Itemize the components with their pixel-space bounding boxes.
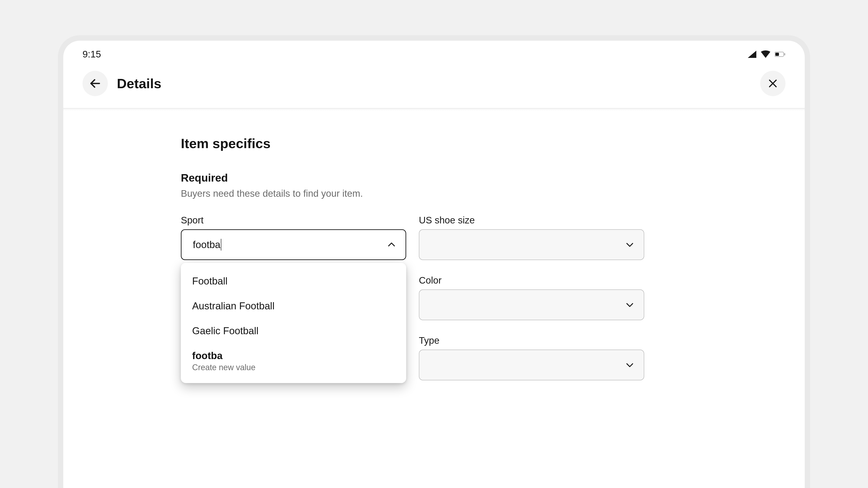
us-shoe-size-select[interactable] <box>419 229 644 260</box>
chevron-up-icon <box>386 240 397 250</box>
sport-option[interactable]: Football <box>181 269 406 294</box>
chevron-down-icon <box>625 240 635 250</box>
sport-combobox[interactable]: footba Football Australian Football Gael… <box>181 229 406 260</box>
battery-icon <box>775 51 785 57</box>
content: Item specifics Required Buyers need thes… <box>63 109 805 380</box>
sport-dropdown: Football Australian Football Gaelic Foot… <box>181 263 406 383</box>
color-select[interactable] <box>419 289 644 320</box>
sport-option-create[interactable]: footba Create new value <box>181 343 406 379</box>
cellular-icon <box>747 51 756 58</box>
page-title: Details <box>117 76 161 91</box>
status-icons <box>747 51 785 58</box>
sport-input-box[interactable]: footba <box>181 229 406 260</box>
label-us-shoe-size: US shoe size <box>419 215 644 226</box>
back-button[interactable] <box>83 71 108 96</box>
sport-input-text: footba <box>193 239 220 250</box>
type-select[interactable] <box>419 349 644 380</box>
create-value-label: footba <box>192 350 222 361</box>
svg-rect-2 <box>784 53 785 55</box>
status-time: 9:15 <box>83 49 101 60</box>
sport-option[interactable]: Australian Football <box>181 294 406 318</box>
arrow-left-icon <box>89 77 101 90</box>
close-icon <box>767 78 778 89</box>
wifi-icon <box>761 51 771 58</box>
chevron-down-icon <box>625 360 635 370</box>
chevron-down-icon <box>625 300 635 310</box>
required-hint: Buyers need these details to find your i… <box>181 188 687 199</box>
label-color: Color <box>419 275 644 286</box>
label-sport: Sport <box>181 215 406 226</box>
field-sport: Sport footba Football Australian Footbal… <box>181 215 406 260</box>
sport-option[interactable]: Gaelic Football <box>181 318 406 343</box>
page-header: Details <box>63 68 805 109</box>
svg-rect-1 <box>775 53 779 56</box>
section-title: Item specifics <box>181 136 687 151</box>
field-type: Type <box>419 335 644 380</box>
field-color: Color <box>419 275 644 320</box>
app-window: 9:15 Details Item specifics Required <box>63 41 805 488</box>
field-us-shoe-size: US shoe size <box>419 215 644 260</box>
label-type: Type <box>419 335 644 346</box>
create-value-sub: Create new value <box>192 363 395 372</box>
text-caret <box>221 239 221 250</box>
required-heading: Required <box>181 172 687 184</box>
close-button[interactable] <box>760 71 785 96</box>
status-bar: 9:15 <box>63 41 805 68</box>
